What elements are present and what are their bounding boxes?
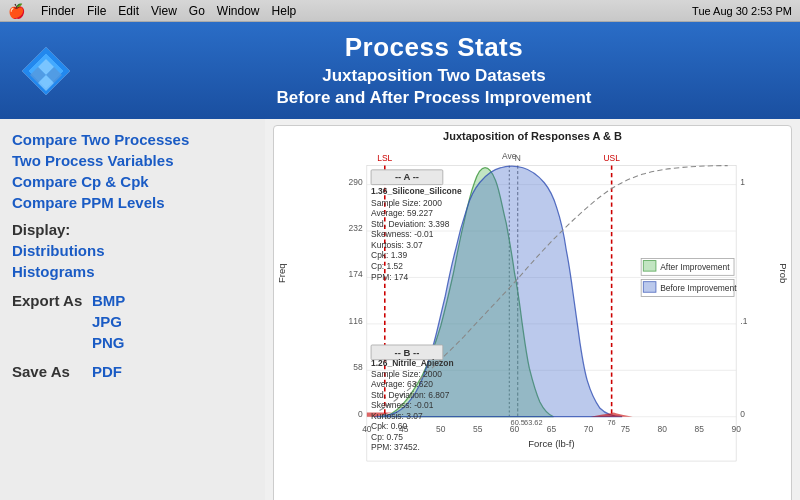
menu-help[interactable]: Help	[272, 4, 297, 18]
svg-text:Kurtosis:          3.07: Kurtosis: 3.07	[371, 411, 423, 421]
svg-text:0: 0	[740, 409, 745, 419]
sidebar-item-histograms[interactable]: Histograms	[12, 261, 253, 282]
svg-text:76: 76	[608, 418, 616, 427]
save-as-label: Save As	[12, 363, 84, 380]
svg-text:Std. Deviation:  3.398: Std. Deviation: 3.398	[371, 219, 450, 229]
y-axis-left-label: Freq	[276, 264, 287, 284]
export-bmp[interactable]: BMP	[92, 290, 125, 311]
chart-area: Juxtaposition of Responses A & B Freq Pr…	[265, 119, 800, 500]
svg-text:Kurtosis:          3.07: Kurtosis: 3.07	[371, 240, 423, 250]
svg-text:1: 1	[740, 177, 745, 187]
svg-text:LSL: LSL	[377, 154, 392, 164]
app-subtitle: Juxtaposition Two Datasets Before and Af…	[88, 65, 780, 109]
svg-text:85: 85	[695, 424, 705, 434]
export-png[interactable]: PNG	[92, 332, 125, 353]
menu-window[interactable]: Window	[217, 4, 260, 18]
svg-text:55: 55	[473, 424, 483, 434]
menu-view[interactable]: View	[151, 4, 177, 18]
datetime: Tue Aug 30 2:53 PM	[692, 5, 792, 17]
svg-text:80: 80	[658, 424, 668, 434]
svg-text:Ave: Ave	[502, 151, 517, 161]
display-title: Display:	[12, 221, 253, 238]
sidebar: Compare Two Processes Two Process Variab…	[0, 119, 265, 500]
svg-text:0: 0	[358, 409, 363, 419]
svg-text:290: 290	[349, 177, 363, 187]
svg-text:65: 65	[547, 424, 557, 434]
svg-text:Sample Size:   2000: Sample Size: 2000	[371, 369, 442, 379]
svg-text:Skewness:       -0.01: Skewness: -0.01	[371, 230, 434, 240]
svg-text:232: 232	[349, 223, 363, 233]
export-as-label: Export As	[12, 292, 84, 309]
svg-text:.1: .1	[740, 316, 747, 326]
y-axis-right-label: Prob	[778, 263, 789, 283]
chart-svg: Freq Prob 290 232 174 116 58 0 40	[274, 142, 791, 500]
svg-text:60.5: 60.5	[511, 418, 525, 427]
svg-text:-- B --: -- B --	[395, 347, 420, 358]
svg-text:Cpk:               1.39: Cpk: 1.39	[371, 251, 407, 261]
app-header: Process Stats Juxtaposition Two Datasets…	[0, 22, 800, 119]
svg-text:1.36_Silicone_Silicone: 1.36_Silicone_Silicone	[371, 186, 462, 196]
menubar: 🍎 Finder File Edit View Go Window Help T…	[0, 0, 800, 22]
svg-text:Cp:                1.52: Cp: 1.52	[371, 261, 403, 271]
sidebar-item-two-process-variables[interactable]: Two Process Variables	[12, 150, 253, 171]
svg-text:Average:        59.227: Average: 59.227	[371, 208, 433, 218]
svg-text:Sample Size:   2000: Sample Size: 2000	[371, 198, 442, 208]
svg-text:90: 90	[731, 424, 741, 434]
sidebar-section-export: Export As BMP JPG PNG	[12, 290, 253, 353]
svg-text:174: 174	[349, 270, 363, 280]
menubar-right: Tue Aug 30 2:53 PM	[692, 5, 792, 17]
svg-text:116: 116	[349, 316, 363, 326]
svg-text:Std. Deviation:  6.807: Std. Deviation: 6.807	[371, 390, 450, 400]
sidebar-item-distributions[interactable]: Distributions	[12, 240, 253, 261]
svg-rect-73	[643, 282, 656, 293]
menu-finder[interactable]: Finder	[41, 4, 75, 18]
svg-text:75: 75	[621, 424, 631, 434]
sidebar-section-compare: Compare Two Processes Two Process Variab…	[12, 129, 253, 213]
chart-title: Juxtaposition of Responses A & B	[274, 130, 791, 142]
app-logo	[20, 45, 72, 97]
menu-edit[interactable]: Edit	[118, 4, 139, 18]
main-content: Compare Two Processes Two Process Variab…	[0, 119, 800, 500]
export-jpg[interactable]: JPG	[92, 311, 125, 332]
svg-text:-- A --: -- A --	[395, 172, 419, 183]
sidebar-section-save: Save As PDF	[12, 361, 253, 382]
menu-file[interactable]: File	[87, 4, 106, 18]
svg-text:After Improvement: After Improvement	[660, 262, 730, 272]
svg-text:PPM:           37452.: PPM: 37452.	[371, 443, 420, 453]
save-pdf[interactable]: PDF	[92, 361, 122, 382]
sidebar-section-display: Display: Distributions Histograms	[12, 221, 253, 282]
svg-text:Cpk:               0.60: Cpk: 0.60	[371, 422, 407, 432]
svg-text:1.26_Nitrile_Apiezon: 1.26_Nitrile_Apiezon	[371, 358, 454, 368]
svg-text:58: 58	[353, 363, 363, 373]
svg-text:Cp:                0.75: Cp: 0.75	[371, 432, 403, 442]
sidebar-item-compare-two-processes[interactable]: Compare Two Processes	[12, 129, 253, 150]
svg-text:Average:        63.620: Average: 63.620	[371, 379, 433, 389]
app-name: Process Stats	[88, 32, 780, 63]
svg-rect-70	[643, 261, 656, 272]
svg-text:63.62: 63.62	[524, 418, 542, 427]
sidebar-item-compare-cp-cpk[interactable]: Compare Cp & Cpk	[12, 171, 253, 192]
x-axis-label: Force (lb-f)	[528, 439, 574, 450]
svg-text:70: 70	[584, 424, 594, 434]
svg-text:Skewness:       -0.01: Skewness: -0.01	[371, 400, 434, 410]
apple-menu[interactable]: 🍎	[8, 3, 25, 19]
svg-text:USL: USL	[603, 154, 620, 164]
svg-text:50: 50	[436, 424, 446, 434]
chart-container: Juxtaposition of Responses A & B Freq Pr…	[273, 125, 792, 500]
svg-text:Before Improvement: Before Improvement	[660, 283, 737, 293]
sidebar-item-compare-ppm[interactable]: Compare PPM Levels	[12, 192, 253, 213]
export-formats: BMP JPG PNG	[92, 290, 125, 353]
menu-go[interactable]: Go	[189, 4, 205, 18]
app-title-block: Process Stats Juxtaposition Two Datasets…	[88, 32, 780, 109]
svg-text:PPM:               174: PPM: 174	[371, 272, 408, 282]
